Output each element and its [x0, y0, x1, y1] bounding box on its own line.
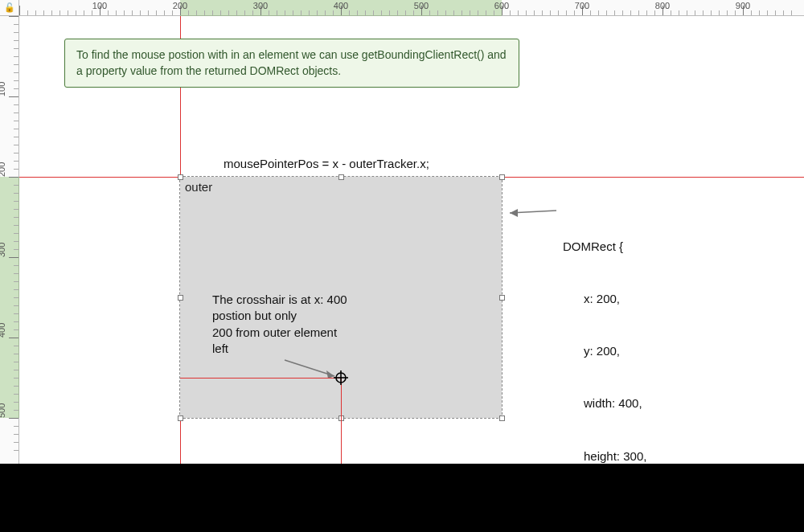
domrect-x: x: 200,: [563, 290, 650, 308]
bottom-bar: [0, 464, 804, 532]
domrect-height: height: 300,: [563, 448, 650, 465]
inner-guide-h: [180, 378, 341, 379]
inner-guide-v: [341, 378, 342, 464]
canvas: To find the mouse postion with in an ele…: [19, 16, 804, 464]
ruler-horizontal: 100200300400500600700800900: [19, 0, 804, 16]
domrect-y: y: 200,: [563, 342, 650, 360]
arrow-to-domrect: [19, 16, 804, 464]
svg-marker-3: [510, 209, 518, 217]
crosshair-icon: [334, 370, 348, 385]
lock-icon: 🔓: [0, 0, 19, 16]
domrect-title: DOMRect {: [563, 238, 650, 256]
diagram-stage: 🔓 100200300400500600700800900 1002003004…: [0, 0, 804, 532]
ruler-vertical: 100200300400500: [0, 16, 19, 464]
domrect-width: width: 400,: [563, 395, 650, 412]
